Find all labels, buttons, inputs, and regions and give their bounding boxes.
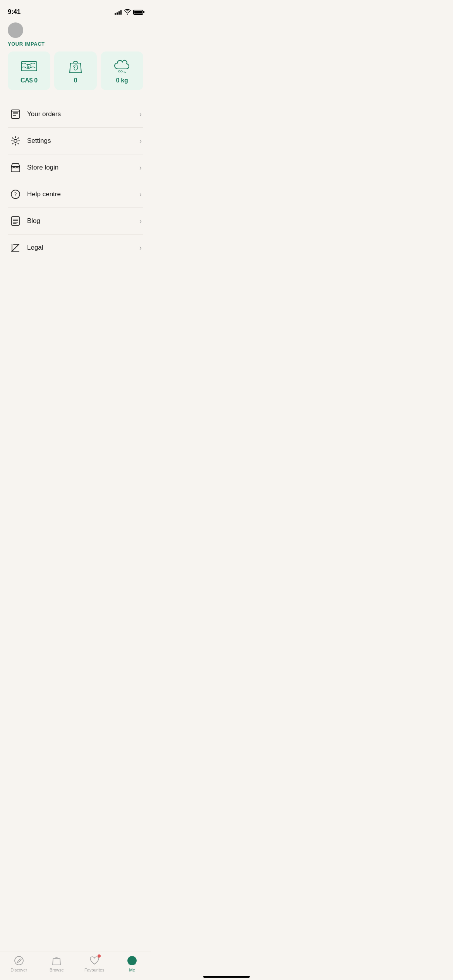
svg-text:2e: 2e [124,71,126,73]
store-login-chevron: › [139,164,142,172]
help-icon: ? [9,188,22,200]
section-label: YOUR IMPACT [8,41,143,47]
battery-icon [133,10,143,15]
impact-co2-value: 0 kg [116,77,128,84]
bags-icon [67,58,84,73]
help-chevron: › [139,190,142,199]
svg-rect-11 [11,166,20,172]
help-label: Help centre [27,190,139,198]
impact-card-cash: $ CA$ 0 [8,51,50,90]
store-icon [9,161,22,174]
settings-chevron: › [139,137,142,145]
blog-icon [9,215,22,227]
legal-chevron: › [139,244,142,252]
svg-text:$: $ [28,65,29,69]
status-icons [115,9,143,15]
cash-icon: $ [21,58,38,73]
blog-label: Blog [27,217,139,225]
signal-icon [115,9,122,15]
menu-item-settings[interactable]: Settings › [8,128,143,154]
menu-list: Your orders › Settings › [8,101,143,261]
impact-card-bags: 0 [54,51,97,90]
svg-point-10 [14,139,17,142]
status-time: 9:41 [8,8,21,16]
impact-cash-value: CA$ 0 [21,77,38,84]
store-login-label: Store login [27,164,139,171]
co2-icon: CO 2e [113,58,130,73]
svg-line-19 [12,244,19,251]
legal-label: Legal [27,244,139,252]
impact-bags-value: 0 [74,77,77,84]
status-bar: 9:41 [0,0,151,19]
svg-rect-5 [12,110,19,118]
svg-text:CO: CO [118,70,123,73]
impact-card-co2: CO 2e 0 kg [101,51,143,90]
orders-icon [9,108,22,120]
menu-item-store-login[interactable]: Store login › [8,154,143,181]
wifi-icon [124,9,131,15]
blog-chevron: › [139,217,142,225]
menu-item-orders[interactable]: Your orders › [8,101,143,128]
orders-label: Your orders [27,110,139,118]
settings-icon [9,135,22,147]
legal-icon [9,242,22,254]
svg-rect-9 [12,110,19,112]
menu-item-blog[interactable]: Blog › [8,208,143,235]
settings-label: Settings [27,137,139,145]
avatar [8,22,23,38]
impact-cards: $ CA$ 0 0 CO 2e [8,51,143,90]
main-content: YOUR IMPACT $ CA$ 0 [0,19,151,261]
svg-text:?: ? [14,192,17,197]
orders-chevron: › [139,110,142,118]
menu-item-help[interactable]: ? Help centre › [8,181,143,208]
menu-item-legal[interactable]: Legal › [8,235,143,261]
